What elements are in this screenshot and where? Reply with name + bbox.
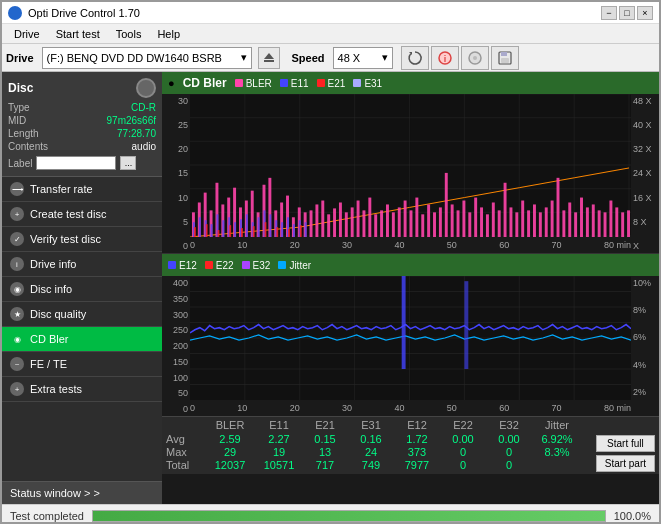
svg-rect-93 xyxy=(592,204,595,237)
drive-select[interactable]: (F:) BENQ DVD DD DW1640 BSRB ▾ xyxy=(42,47,252,69)
menu-bar: Drive Start test Tools Help xyxy=(2,24,659,44)
stats-col-e31: E31 xyxy=(348,419,394,431)
svg-rect-45 xyxy=(310,210,313,237)
svg-rect-86 xyxy=(551,201,554,237)
svg-rect-61 xyxy=(404,201,407,237)
sidebar-item-drive-info[interactable]: i Drive info xyxy=(2,252,162,277)
svg-rect-1 xyxy=(264,60,274,62)
label-browse-button[interactable]: ... xyxy=(120,156,136,170)
status-text: Test completed xyxy=(10,510,84,522)
disc-button[interactable] xyxy=(461,46,489,70)
svg-rect-66 xyxy=(433,212,436,237)
legend-e21: E21 xyxy=(317,78,346,89)
legend-bler: BLER xyxy=(235,78,272,89)
label-key: Label xyxy=(8,158,32,169)
nav-label-disc-quality: Disc quality xyxy=(30,308,86,320)
nav-label-verify-test-disc: Verify test disc xyxy=(30,233,101,245)
svg-rect-99 xyxy=(627,210,630,237)
drive-label: Drive xyxy=(6,52,34,64)
sidebar-item-fe-te[interactable]: ~ FE / TE xyxy=(2,352,162,377)
drive-bar: Drive (F:) BENQ DVD DD DW1640 BSRB ▾ Spe… xyxy=(2,44,659,72)
stats-total-e32: 0 xyxy=(486,459,532,471)
svg-rect-52 xyxy=(351,207,354,237)
save-button[interactable] xyxy=(491,46,519,70)
svg-rect-80 xyxy=(515,212,518,237)
length-value: 77:28.70 xyxy=(117,128,156,139)
speed-dropdown-arrow: ▾ xyxy=(382,51,388,64)
svg-rect-124 xyxy=(241,228,243,237)
svg-rect-81 xyxy=(521,201,524,237)
status-bar: Test completed 100.0% xyxy=(2,504,659,524)
stats-col-e12: E12 xyxy=(394,419,440,431)
close-button[interactable]: × xyxy=(637,6,653,20)
svg-rect-97 xyxy=(615,207,618,237)
svg-rect-89 xyxy=(568,202,571,237)
stats-avg-jitter: 6.92% xyxy=(532,433,582,445)
menu-start-test[interactable]: Start test xyxy=(48,26,108,42)
stats-avg-label: Avg xyxy=(166,433,204,445)
sidebar-item-transfer-rate[interactable]: ⟶ Transfer rate xyxy=(2,177,162,202)
contents-value: audio xyxy=(132,141,156,152)
maximize-button[interactable]: □ xyxy=(619,6,635,20)
chart-header-top: ● CD Bler BLER E11 E21 E31 xyxy=(162,72,659,94)
speed-select[interactable]: 48 X ▾ xyxy=(333,47,393,69)
main-layout: Disc Type CD-R MID 97m26s66f Length 77:2… xyxy=(2,72,659,504)
svg-rect-49 xyxy=(333,208,336,237)
svg-rect-94 xyxy=(598,210,601,237)
status-window-button[interactable]: Status window > > xyxy=(2,481,162,504)
menu-help[interactable]: Help xyxy=(149,26,188,42)
stats-total-bler: 12037 xyxy=(204,459,256,471)
type-label: Type xyxy=(8,102,30,113)
sidebar-item-cd-bler[interactable]: ◉ CD Bler xyxy=(2,327,162,352)
svg-rect-109 xyxy=(246,214,248,237)
refresh-button[interactable] xyxy=(401,46,429,70)
nav-label-drive-info: Drive info xyxy=(30,258,76,270)
start-full-button[interactable]: Start full xyxy=(596,435,655,452)
svg-rect-91 xyxy=(580,198,583,237)
menu-tools[interactable]: Tools xyxy=(108,26,150,42)
svg-rect-50 xyxy=(339,202,342,237)
label-input[interactable] xyxy=(36,156,116,170)
svg-rect-65 xyxy=(427,204,430,237)
sidebar-item-disc-quality[interactable]: ★ Disc quality xyxy=(2,302,162,327)
start-part-button[interactable]: Start part xyxy=(596,455,655,472)
svg-rect-48 xyxy=(327,214,330,237)
chart-top-plot xyxy=(190,94,631,237)
stats-max-e31: 24 xyxy=(348,446,394,458)
info-button[interactable]: i xyxy=(431,46,459,70)
svg-rect-9 xyxy=(501,58,509,63)
svg-rect-55 xyxy=(368,198,371,237)
sidebar-item-disc-info[interactable]: ◉ Disc info xyxy=(2,277,162,302)
sidebar: Disc Type CD-R MID 97m26s66f Length 77:2… xyxy=(2,72,162,504)
title-bar: Opti Drive Control 1.70 − □ × xyxy=(2,2,659,24)
nav-label-create-test-disc: Create test disc xyxy=(30,208,106,220)
stats-col-jitter: Jitter xyxy=(532,419,582,431)
chart-top-x-axis: 0 10 20 30 40 50 60 70 80 min xyxy=(190,237,631,253)
minimize-button[interactable]: − xyxy=(601,6,617,20)
svg-rect-123 xyxy=(229,225,231,237)
stats-col-e21: E21 xyxy=(302,419,348,431)
svg-rect-117 xyxy=(293,224,295,237)
svg-rect-58 xyxy=(386,204,389,237)
svg-rect-79 xyxy=(509,207,512,237)
svg-rect-51 xyxy=(345,212,348,237)
sidebar-item-verify-test-disc[interactable]: ✓ Verify test disc xyxy=(2,227,162,252)
eject-button[interactable] xyxy=(258,47,280,69)
stats-col-e11: E11 xyxy=(256,419,302,431)
nav-label-extra-tests: Extra tests xyxy=(30,383,82,395)
app-icon xyxy=(8,6,22,20)
svg-rect-120 xyxy=(194,227,196,237)
sidebar-item-extra-tests[interactable]: + Extra tests xyxy=(2,377,162,402)
svg-rect-70 xyxy=(457,210,460,237)
svg-rect-90 xyxy=(574,212,577,237)
svg-rect-68 xyxy=(445,173,448,237)
transfer-rate-icon: ⟶ xyxy=(10,182,24,196)
svg-rect-101 xyxy=(199,217,201,237)
svg-rect-63 xyxy=(415,198,418,237)
legend-jitter: Jitter xyxy=(278,260,311,271)
nav-label-transfer-rate: Transfer rate xyxy=(30,183,93,195)
sidebar-item-create-test-disc[interactable]: + Create test disc xyxy=(2,202,162,227)
contents-label: Contents xyxy=(8,141,48,152)
menu-drive[interactable]: Drive xyxy=(6,26,48,42)
svg-rect-113 xyxy=(269,214,271,237)
